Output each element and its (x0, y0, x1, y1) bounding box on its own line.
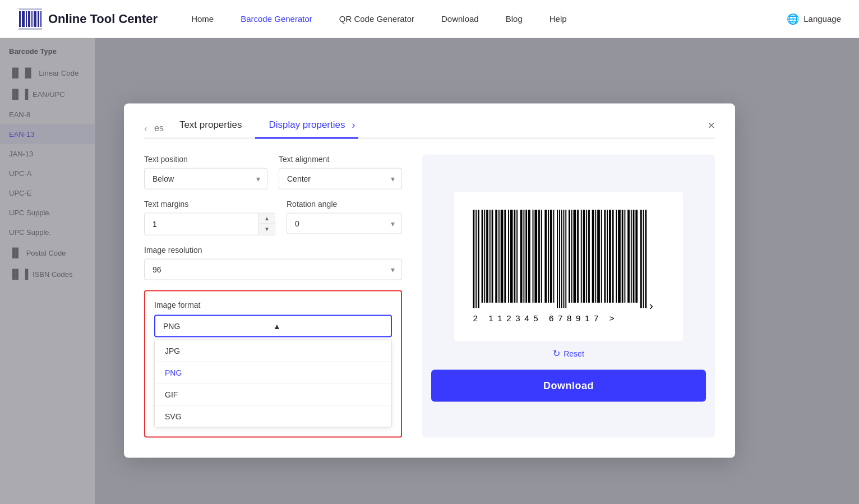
image-format-label: Image format (154, 300, 392, 309)
stepper-down-button[interactable]: ▼ (259, 224, 275, 234)
svg-rect-12 (478, 210, 479, 308)
svg-rect-33 (541, 210, 542, 303)
text-position-group: Text position Above Below None ▾ (144, 154, 267, 189)
svg-rect-2 (26, 11, 27, 27)
svg-rect-46 (577, 210, 579, 303)
nav-links: Home Barcode Generator QR Code Generator… (191, 14, 787, 24)
text-position-select-wrapper[interactable]: Above Below None ▾ (144, 168, 267, 189)
reset-button[interactable]: ↻ Reset (553, 348, 584, 359)
text-position-select[interactable]: Above Below None (145, 168, 267, 188)
nav-qr-generator[interactable]: QR Code Generator (339, 14, 414, 24)
format-option-gif[interactable]: GIF (155, 383, 391, 405)
tab-prev-arrow[interactable]: ‹ (144, 122, 147, 134)
svg-rect-24 (514, 210, 515, 303)
svg-rect-35 (548, 210, 549, 303)
svg-rect-15 (486, 210, 488, 303)
brand-logo (18, 7, 43, 31)
stepper-up-button[interactable]: ▲ (259, 213, 275, 224)
svg-rect-9 (19, 28, 42, 30)
svg-rect-58 (612, 210, 614, 303)
svg-rect-57 (609, 210, 611, 303)
svg-rect-37 (553, 210, 555, 303)
barcode-display: › 2 112345 678917 > (454, 192, 683, 341)
format-option-jpg[interactable]: JPG (155, 340, 391, 361)
svg-rect-45 (574, 210, 576, 303)
svg-rect-25 (516, 210, 518, 303)
svg-rect-59 (616, 210, 617, 303)
nav-barcode-generator[interactable]: Barcode Generator (241, 14, 312, 24)
svg-rect-7 (40, 11, 41, 27)
svg-rect-26 (520, 210, 523, 303)
modal-tabs: ‹ es Text properties Display properties … (144, 119, 715, 138)
svg-rect-23 (510, 210, 513, 303)
svg-rect-50 (588, 210, 590, 303)
image-format-section: Image format PNG ▲ JPG PNG GIF SVG (144, 290, 402, 437)
navbar: Online Tool Center Home Barcode Generato… (0, 0, 859, 38)
svg-rect-62 (624, 210, 625, 303)
image-resolution-group: Image resolution 72 96 150 300 ▾ (144, 245, 402, 280)
svg-rect-66 (635, 210, 638, 303)
image-format-select[interactable]: PNG ▲ (154, 315, 392, 337)
text-margins-label: Text margins (144, 199, 275, 208)
svg-rect-64 (631, 210, 632, 303)
svg-rect-54 (601, 210, 602, 303)
text-margins-stepper[interactable]: ▲ ▼ (144, 212, 275, 235)
modal-close-button[interactable]: × (708, 119, 715, 132)
svg-rect-36 (550, 210, 552, 303)
rotation-angle-group: Rotation angle 0 90 180 270 ▾ (287, 199, 402, 235)
svg-rect-31 (534, 210, 537, 303)
nav-download[interactable]: Download (441, 14, 479, 24)
brand-name: Online Tool Center (48, 12, 158, 26)
format-option-svg[interactable]: SVG (155, 405, 391, 427)
svg-rect-48 (583, 210, 585, 303)
text-margins-input[interactable] (145, 213, 258, 234)
text-margins-group: Text margins ▲ ▼ (144, 199, 275, 235)
reset-label: Reset (564, 349, 584, 358)
svg-rect-3 (28, 11, 30, 27)
svg-rect-22 (508, 210, 509, 303)
svg-text:2  112345  678917  >: 2 112345 678917 > (473, 313, 618, 323)
text-alignment-select-wrapper[interactable]: Left Center Right ▾ (279, 168, 402, 189)
nav-language[interactable]: 🌐 Language (787, 13, 841, 25)
nav-home[interactable]: Home (191, 14, 214, 24)
format-option-png[interactable]: PNG (155, 361, 391, 383)
svg-rect-53 (597, 210, 600, 303)
svg-rect-67 (640, 210, 642, 308)
svg-rect-30 (533, 210, 534, 303)
text-alignment-select[interactable]: Left Center Right (279, 168, 401, 188)
svg-rect-43 (569, 210, 570, 303)
download-button[interactable]: Download (431, 370, 706, 402)
modal-dialog: ‹ es Text properties Display properties … (124, 103, 735, 457)
tab-next-arrow[interactable]: › (352, 119, 355, 131)
svg-rect-69 (645, 210, 646, 308)
svg-rect-60 (618, 210, 621, 303)
image-resolution-label: Image resolution (144, 245, 402, 254)
chevron-up-icon: ▲ (273, 321, 383, 330)
rotation-angle-select-wrapper[interactable]: 0 90 180 270 ▾ (287, 212, 402, 234)
svg-rect-39 (559, 210, 560, 308)
svg-rect-34 (544, 210, 547, 303)
globe-icon: 🌐 (787, 13, 799, 25)
modal-body: Text position Above Below None ▾ Text al… (144, 154, 715, 437)
nav-blog[interactable]: Blog (506, 14, 523, 24)
tab-text-properties[interactable]: Text properties (166, 119, 256, 138)
image-resolution-select[interactable]: 72 96 150 300 (145, 259, 401, 279)
svg-rect-10 (473, 210, 474, 308)
modal-form: Text position Above Below None ▾ Text al… (144, 154, 402, 437)
svg-rect-1 (22, 11, 25, 27)
svg-rect-20 (501, 210, 504, 303)
svg-rect-55 (604, 210, 606, 303)
svg-rect-8 (19, 8, 42, 10)
image-resolution-select-wrapper[interactable]: 72 96 150 300 ▾ (144, 258, 402, 280)
svg-rect-11 (475, 210, 477, 308)
stepper-buttons: ▲ ▼ (258, 213, 275, 234)
text-alignment-label: Text alignment (279, 154, 402, 163)
svg-text:›: › (649, 299, 653, 312)
tab-display-properties[interactable]: Display properties (255, 119, 358, 138)
rotation-angle-select[interactable]: 0 90 180 270 (287, 213, 401, 233)
svg-rect-4 (31, 11, 33, 27)
svg-rect-65 (633, 210, 635, 303)
svg-rect-38 (557, 210, 558, 308)
image-format-dropdown: JPG PNG GIF SVG (154, 339, 392, 427)
nav-help[interactable]: Help (549, 14, 567, 24)
